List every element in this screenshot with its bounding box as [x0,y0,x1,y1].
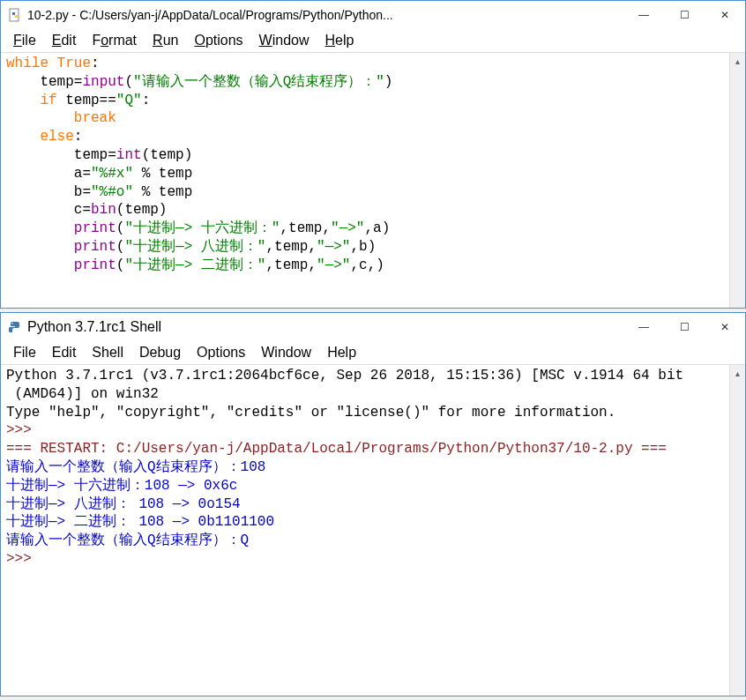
kw-true: True [48,56,91,71]
code-text: ,temp, [280,220,331,236]
kw-int: int [116,147,142,163]
code-text: temp== [57,93,116,108]
menu-edit[interactable]: Edit [45,343,84,362]
string: "—>" [317,257,350,273]
string: "—>" [331,220,364,236]
menu-edit[interactable]: Edit [45,31,84,50]
shell-output-line: 十进制—> 八进制： 108 —> 0o154 [6,496,241,512]
menu-help[interactable]: Help [320,343,363,362]
menu-debug[interactable]: Debug [132,343,188,362]
python-icon [8,320,22,334]
string: "—>" [317,239,350,255]
code-text: % temp [133,166,192,182]
shell-scrollbar[interactable]: ▴ [729,365,745,696]
code-text: temp= [6,147,116,163]
menu-options[interactable]: Options [190,343,252,362]
editor-content: while True: temp=input("请输入一个整数（输入Q结束程序）… [1,53,745,308]
string: "Q" [116,93,142,108]
shell-header: (AMD64)] on win32 [6,386,159,402]
menu-shell[interactable]: Shell [85,343,131,362]
editor-title: 10-2.py - C:/Users/yan-j/AppData/Local/P… [27,8,623,22]
string: "%#o" [91,184,133,200]
code-text: (temp) [116,202,168,218]
code-text: a= [6,166,91,182]
scroll-up-icon[interactable]: ▴ [730,53,745,69]
shell-output-line: 十进制—> 十六进制：108 —> 0x6c [6,478,237,494]
scroll-up-icon[interactable]: ▴ [730,365,745,381]
string: "%#x" [91,166,133,182]
colon: : [91,56,100,71]
shell-restart: === RESTART: C:/Users/yan-j/AppData/Loca… [6,441,667,457]
colon: : [142,93,151,108]
editor-menubar: File Edit Format Run Options Window Help [1,29,745,53]
menu-file[interactable]: File [6,31,43,50]
code-text: c= [6,202,91,218]
kw-input: input [82,74,124,90]
python-file-icon [8,8,22,22]
kw-break: break [6,110,116,126]
menu-help[interactable]: Help [318,31,362,50]
shell-menubar: File Edit Shell Debug Options Window Hel… [1,341,745,365]
kw-print: print [6,257,116,273]
menu-run[interactable]: Run [145,31,185,50]
shell-window: Python 3.7.1rc1 Shell — ☐ ✕ File Edit Sh… [0,312,746,696]
kw-print: print [6,220,116,236]
kw-bin: bin [91,202,116,218]
menu-options[interactable]: Options [187,31,250,50]
menu-file[interactable]: File [6,343,43,362]
shell-output-line: 请输入一个整数（输入Q结束程序）：Q [6,532,249,548]
kw-while: while [6,56,48,71]
paren: ( [116,257,125,273]
shell-title: Python 3.7.1rc1 Shell [27,319,623,335]
code-text: b= [6,184,91,200]
string: "请输入一个整数（输入Q结束程序）：" [133,74,384,90]
kw-print: print [6,239,116,255]
code-text: % temp [133,184,192,200]
shell-output-line: 十进制—> 二进制： 108 —> 0b1101100 [6,514,274,530]
minimize-button[interactable]: — [623,313,664,341]
close-button[interactable]: ✕ [705,1,745,29]
shell-titlebar[interactable]: Python 3.7.1rc1 Shell — ☐ ✕ [1,313,745,341]
shell-header: Python 3.7.1rc1 (v3.7.1rc1:2064bcf6ce, S… [6,368,683,384]
code-text: temp= [6,74,82,90]
shell-output[interactable]: Python 3.7.1rc1 (v3.7.1rc1:2064bcf6ce, S… [1,365,729,696]
paren: ( [116,239,125,255]
kw-if: if [6,93,57,108]
editor-scrollbar[interactable]: ▴ [729,53,745,308]
menu-window[interactable]: Window [254,343,318,362]
maximize-button[interactable]: ☐ [664,1,705,29]
paren: ( [116,220,125,236]
window-controls: — ☐ ✕ [623,313,745,341]
menu-window[interactable]: Window [252,31,317,50]
shell-content: Python 3.7.1rc1 (v3.7.1rc1:2064bcf6ce, S… [1,365,745,696]
kw-else: else [6,129,74,145]
code-editor[interactable]: while True: temp=input("请输入一个整数（输入Q结束程序）… [1,53,729,308]
shell-prompt: >>> [6,422,32,438]
code-text: ,temp, [265,239,317,255]
string: "十进制—> 八进制：" [124,239,265,255]
code-text: ,temp, [265,257,317,273]
colon: : [74,129,83,145]
editor-titlebar[interactable]: 10-2.py - C:/Users/yan-j/AppData/Local/P… [1,1,745,29]
string: "十进制—> 十六进制：" [124,220,280,236]
paren: ) [384,74,393,90]
shell-header: Type "help", "copyright", "credits" or "… [6,405,615,421]
maximize-button[interactable]: ☐ [664,313,705,341]
code-text: ,b) [350,239,376,255]
code-text: (temp) [142,147,193,163]
shell-prompt: >>> [6,551,32,567]
code-text: ,a) [364,220,390,236]
minimize-button[interactable]: — [623,1,664,29]
shell-output-line: 请输入一个整数（输入Q结束程序）：108 [6,459,265,475]
editor-window: 10-2.py - C:/Users/yan-j/AppData/Local/P… [0,0,746,309]
window-controls: — ☐ ✕ [623,1,745,29]
string: "十进制—> 二进制：" [124,257,265,273]
svg-point-1 [11,323,13,324]
menu-format[interactable]: Format [85,31,144,50]
paren: ( [124,74,133,90]
code-text: ,c,) [350,257,384,273]
close-button[interactable]: ✕ [705,313,745,341]
